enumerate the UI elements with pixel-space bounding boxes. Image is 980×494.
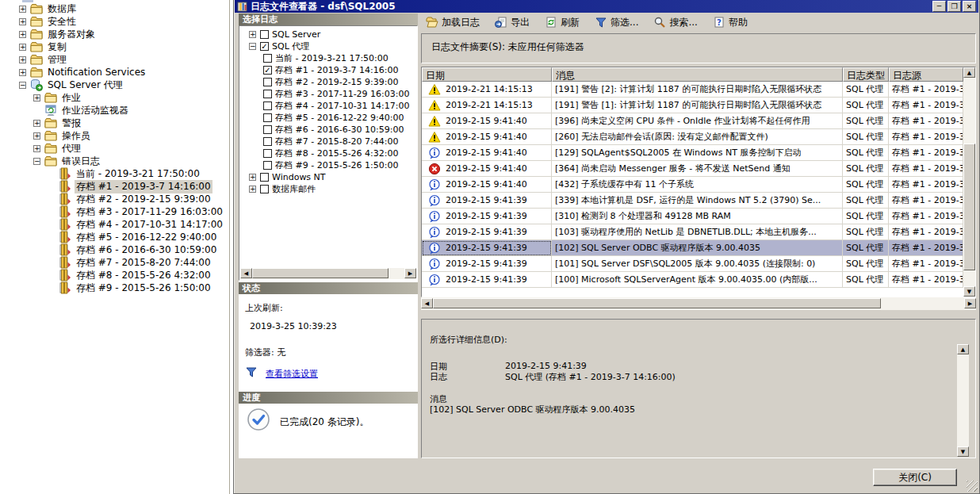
object-explorer-item[interactable]: 存档 #7 - 2015-8-20 7:44:00 [0, 256, 229, 269]
log-checkbox[interactable] [263, 149, 272, 158]
collapse-icon[interactable]: − [249, 43, 256, 50]
toolbar-button-search[interactable]: 搜索... [652, 15, 699, 30]
object-explorer-item[interactable]: +作业 [0, 91, 229, 104]
log-grid-row[interactable]: 2019-2-21 14:15:13[191] 警告 [2]: 计算计划 118… [422, 82, 963, 98]
log-grid-row[interactable]: 2019-2-15 9:41:39[101] SQL Server DSF\SQ… [422, 256, 963, 272]
collapse-icon[interactable]: − [33, 158, 40, 165]
expand-icon[interactable]: + [249, 186, 256, 193]
view-filter-settings-link[interactable]: 查看筛选设置 [266, 368, 318, 380]
select-log-item[interactable]: −✓SQL 代理 [239, 40, 417, 52]
toolbar-button-help[interactable]: ?帮助 [711, 15, 749, 30]
log-checkbox[interactable] [263, 101, 272, 110]
select-logs-hscrollbar[interactable]: ◀ ▶ [240, 268, 416, 279]
select-log-item[interactable]: +数据库邮件 [239, 183, 417, 195]
scroll-down-icon[interactable]: ▼ [957, 446, 969, 457]
log-grid-row[interactable]: 2019-2-15 9:41:39[102] SQL Server ODBC 驱… [422, 240, 963, 256]
select-log-item[interactable]: +SQL Server [239, 29, 417, 40]
log-checkbox[interactable] [263, 90, 272, 98]
dialog-titlebar[interactable]: 日志文件查看器 - dsf\SQL2005 ─ ❒ × [235, 0, 978, 13]
object-explorer-item[interactable]: 存档 #2 - 2019-2-15 9:39:00 [0, 193, 229, 205]
object-explorer-item[interactable]: 存档 #4 - 2017-10-31 14:17:00 [0, 218, 229, 231]
scroll-left-icon[interactable]: ◀ [421, 298, 433, 308]
select-log-item[interactable]: 存档 #5 - 2016-12-22 9:40:00 [239, 112, 417, 124]
log-grid-row[interactable]: 2019-2-15 9:41:40[396] 尚未定义空闲 CPU 条件 - O… [422, 113, 963, 129]
object-explorer-item[interactable]: +管理 [0, 53, 229, 66]
maximize-button[interactable]: ❒ [947, 1, 961, 12]
select-log-item[interactable]: 存档 #2 - 2019-2-15 9:39:00 [239, 76, 417, 88]
toolbar-button-export[interactable]: 导出 [493, 15, 531, 30]
expand-icon[interactable]: + [33, 145, 40, 152]
column-header-date[interactable]: 日期 [422, 67, 552, 82]
select-log-item[interactable]: 存档 #3 - 2017-11-29 16:03:00 [239, 88, 417, 100]
scroll-down-icon[interactable]: ▼ [963, 286, 975, 297]
select-log-item[interactable]: 存档 #4 - 2017-10-31 14:17:00 [239, 100, 417, 112]
log-grid-row[interactable]: 2019-2-15 9:41:39[103] 驱动程序使用的 NetLib 是 … [422, 224, 963, 240]
object-explorer-item[interactable]: +Notification Services [0, 66, 229, 79]
object-explorer-item[interactable]: −SQL Server 代理 [0, 79, 229, 91]
resize-grip[interactable] [967, 481, 978, 492]
expand-icon[interactable]: + [33, 94, 40, 101]
log-checkbox[interactable] [263, 113, 272, 122]
hscroll-thumb[interactable] [433, 298, 881, 308]
log-checkbox[interactable] [263, 161, 272, 170]
scroll-right-icon[interactable]: ▶ [404, 268, 416, 278]
object-explorer-item[interactable]: +代理 [0, 142, 229, 155]
object-explorer-item[interactable]: +服务器对象 [0, 28, 229, 40]
expand-icon[interactable]: + [19, 56, 26, 63]
object-explorer-item[interactable]: 当前 - 2019-3-21 17:50:00 [0, 167, 229, 180]
select-log-item[interactable]: 当前 - 2019-3-21 17:50:00 [239, 52, 417, 64]
select-log-item[interactable]: 存档 #8 - 2015-5-26 4:32:00 [239, 147, 417, 159]
expand-icon[interactable]: + [19, 18, 26, 25]
select-log-item[interactable]: 存档 #7 - 2015-8-20 7:44:00 [239, 136, 417, 147]
expand-icon[interactable]: + [33, 132, 40, 140]
column-header-logtype[interactable]: 日志类型 [843, 67, 889, 82]
toolbar-button-open-folder[interactable]: 加载日志 [424, 15, 481, 30]
object-explorer-item[interactable]: 存档 #6 - 2016-6-30 10:59:00 [0, 243, 229, 256]
scroll-up-icon[interactable]: ▲ [957, 344, 969, 354]
vscroll-thumb[interactable] [963, 144, 975, 270]
object-explorer-item[interactable]: −错误日志 [0, 155, 229, 167]
scroll-left-icon[interactable]: ◀ [240, 268, 252, 278]
log-grid-row[interactable]: 2019-2-21 14:15:13[191] 警告 [1]: 计算计划 118… [422, 98, 963, 113]
object-explorer-item[interactable]: 作业活动监视器 [0, 104, 229, 117]
expand-icon[interactable]: + [19, 69, 26, 76]
log-grid-row[interactable]: 2019-2-15 9:41:39[339] 本地计算机是 DSF, 运行的是 … [422, 193, 963, 209]
object-explorer-item[interactable]: +安全性 [0, 15, 229, 28]
details-vscrollbar[interactable]: ▲ ▼ [957, 344, 969, 457]
log-grid-row[interactable]: 2019-2-15 9:41:39[100] Microsoft SQLServ… [422, 272, 963, 288]
expand-icon[interactable]: + [249, 174, 256, 181]
object-explorer-item[interactable]: +复制 [0, 40, 229, 53]
minimize-button[interactable]: ─ [932, 1, 946, 12]
hscroll-thumb[interactable] [252, 268, 389, 278]
close-window-button[interactable]: × [963, 1, 976, 12]
log-checkbox[interactable]: ✓ [263, 66, 272, 75]
expand-icon[interactable]: + [19, 31, 26, 38]
grid-hscrollbar[interactable]: ◀ ▶ [421, 297, 976, 310]
expand-icon[interactable]: + [249, 31, 256, 38]
object-explorer-item[interactable]: 存档 #9 - 2015-5-26 1:50:00 [0, 281, 229, 294]
log-checkbox[interactable] [260, 30, 269, 39]
log-checkbox[interactable] [263, 125, 272, 134]
log-checkbox[interactable] [260, 185, 269, 193]
select-log-item[interactable]: +Windows NT [239, 171, 417, 183]
toolbar-button-filter[interactable]: 筛选... [593, 15, 640, 30]
select-log-item[interactable]: ✓存档 #1 - 2019-3-7 14:16:00 [239, 64, 417, 76]
expand-icon[interactable]: + [19, 6, 26, 13]
log-grid-row[interactable]: 2019-2-15 9:41:40[129] SQLAgent$SQL2005 … [422, 145, 963, 161]
scroll-right-icon[interactable]: ▶ [964, 298, 976, 308]
collapse-icon[interactable]: − [19, 82, 26, 89]
column-header-logsource[interactable]: 日志源 [889, 67, 963, 82]
expand-icon[interactable]: + [19, 44, 26, 51]
log-checkbox[interactable]: ✓ [260, 42, 269, 51]
scroll-up-icon[interactable]: ▲ [963, 67, 975, 78]
log-grid-row[interactable]: 2019-2-15 9:41:40[260] 无法启动邮件会话(原因: 没有定义… [422, 129, 963, 145]
log-grid-row[interactable]: 2019-2-15 9:41:39[310] 检测到 8 个处理器和 49128… [422, 209, 963, 224]
expand-icon[interactable]: + [33, 120, 40, 127]
object-explorer-item[interactable]: +数据库 [0, 2, 229, 15]
log-grid-row[interactable]: 2019-2-15 9:41:40[364] 尚未启动 Messenger 服务… [422, 161, 963, 177]
object-explorer-item[interactable]: 存档 #5 - 2016-12-22 9:40:00 [0, 231, 229, 243]
object-explorer-item[interactable]: 存档 #1 - 2019-3-7 14:16:00 [0, 180, 229, 193]
grid-vscrollbar[interactable]: ▲ ▼ [963, 67, 975, 297]
object-explorer-item[interactable]: +操作员 [0, 129, 229, 142]
toolbar-button-refresh[interactable]: 刷新 [543, 15, 581, 30]
